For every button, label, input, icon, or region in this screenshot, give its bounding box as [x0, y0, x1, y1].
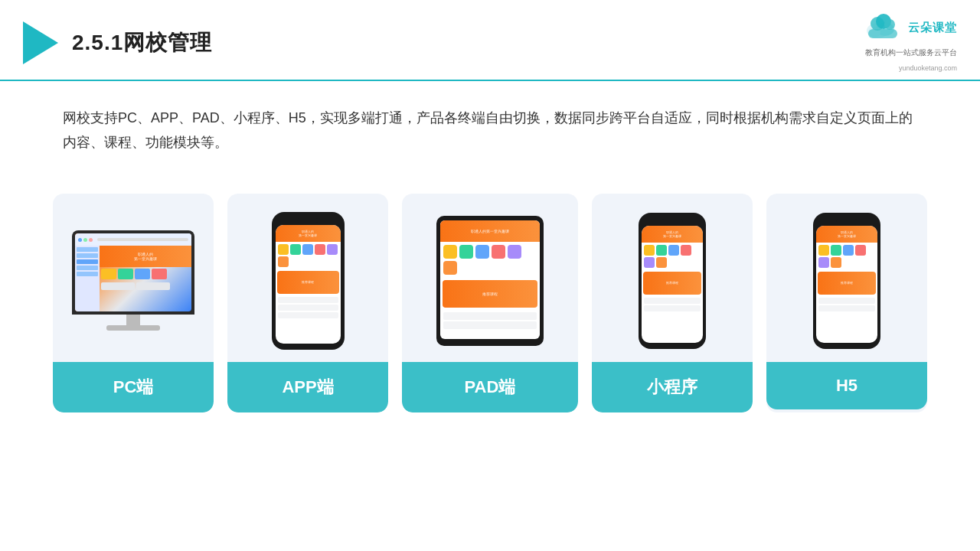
- card-app: 职通人的第一堂兴趣课 推荐课程: [227, 194, 388, 412]
- card-pc-label: PC端: [53, 362, 214, 412]
- monitor-body: 职通人的第一堂兴趣课: [72, 230, 194, 315]
- monitor-screen: 职通人的第一堂兴趣课: [75, 233, 191, 311]
- card-pc: 职通人的第一堂兴趣课: [53, 194, 214, 412]
- svg-point-5: [884, 19, 895, 30]
- brand-url: yunduoketang.com: [899, 64, 957, 72]
- phone-h5-notch: [836, 219, 858, 223]
- phone-h5-device: 职通人的第一堂兴趣课 推荐课程: [813, 213, 880, 349]
- phone-app-device: 职通人的第一堂兴趣课 推荐课程: [272, 212, 345, 350]
- phone-miniprogram-device: 职通人的第一堂兴趣课 推荐课程: [639, 213, 706, 349]
- header-left: 2.5.1网校管理: [23, 21, 212, 64]
- card-h5-image: 职通人的第一堂兴趣课 推荐课程: [766, 194, 927, 362]
- description: 网校支持PC、APP、PAD、小程序、H5，实现多端打通，产品各终端自由切换，数…: [0, 81, 980, 171]
- card-pad: 职通人的第一堂兴趣课 推荐课程: [402, 194, 578, 412]
- monitor-neck: [126, 315, 140, 325]
- card-miniprogram-label: 小程序: [592, 362, 753, 412]
- tablet-screen: 职通人的第一堂兴趣课 推荐课程: [440, 220, 540, 339]
- card-h5-label: H5: [766, 362, 927, 409]
- monitor-device: 职通人的第一堂兴趣课: [72, 230, 194, 331]
- logo-triangle-icon: [23, 21, 58, 64]
- brand-subtitle: 教育机构一站式服务云平台: [865, 47, 957, 58]
- phone-miniprogram-screen: 职通人的第一堂兴趣课 推荐课程: [642, 226, 703, 343]
- brand-logo: 云朵课堂 教育机构一站式服务云平台 yunduoketang.com: [861, 14, 957, 72]
- phone-h5-body: 职通人的第一堂兴趣课 推荐课程: [813, 213, 880, 349]
- tablet-device: 职通人的第一堂兴趣课 推荐课程: [436, 216, 544, 346]
- page-title: 2.5.1网校管理: [72, 28, 212, 57]
- brand-name: 云朵课堂: [908, 21, 957, 35]
- cloud-icon: [861, 14, 903, 41]
- card-pc-image: 职通人的第一堂兴趣课: [53, 194, 214, 362]
- monitor-base: [106, 325, 160, 331]
- svg-rect-6: [868, 29, 897, 38]
- phone-miniprogram-notch: [662, 219, 683, 223]
- card-app-image: 职通人的第一堂兴趣课 推荐课程: [227, 194, 388, 362]
- header: 2.5.1网校管理 云朵课堂 教育机构一站式服务云平台 yunduoketang…: [0, 0, 980, 81]
- card-h5: 职通人的第一堂兴趣课 推荐课程: [766, 194, 927, 412]
- phone-notch: [297, 218, 318, 223]
- cards-container: 职通人的第一堂兴趣课: [0, 171, 980, 435]
- phone-app-screen: 职通人的第一堂兴趣课 推荐课程: [276, 225, 341, 344]
- card-pad-label: PAD端: [402, 362, 578, 412]
- brand-icon-wrap: 云朵课堂: [861, 14, 957, 41]
- card-miniprogram: 职通人的第一堂兴趣课 推荐课程: [592, 194, 753, 412]
- card-app-label: APP端: [227, 362, 388, 412]
- tablet-body: 职通人的第一堂兴趣课 推荐课程: [436, 216, 544, 346]
- card-pad-image: 职通人的第一堂兴趣课 推荐课程: [402, 194, 578, 362]
- description-text: 网校支持PC、APP、PAD、小程序、H5，实现多端打通，产品各终端自由切换，数…: [63, 106, 917, 155]
- phone-miniprogram-body: 职通人的第一堂兴趣课 推荐课程: [639, 213, 706, 349]
- phone-app-body: 职通人的第一堂兴趣课 推荐课程: [272, 212, 345, 350]
- phone-h5-screen: 职通人的第一堂兴趣课 推荐课程: [816, 226, 877, 343]
- card-miniprogram-image: 职通人的第一堂兴趣课 推荐课程: [592, 194, 753, 362]
